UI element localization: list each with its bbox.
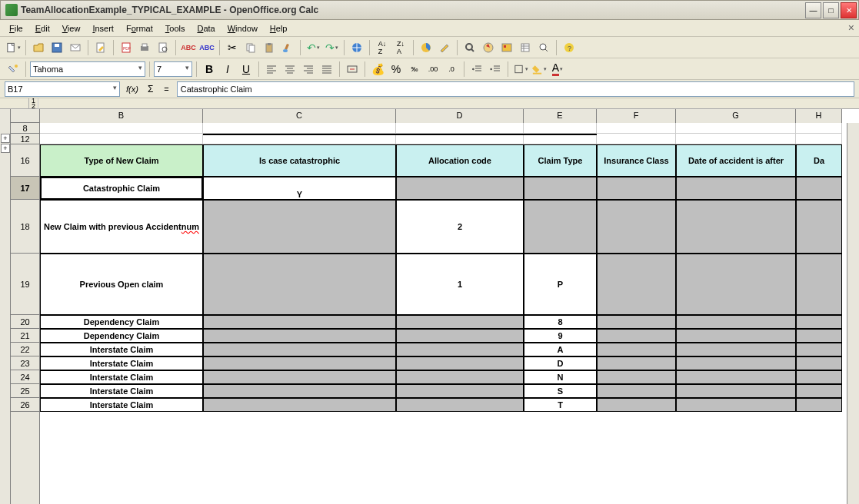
row-header-26[interactable]: 26 <box>11 398 39 412</box>
row-header-18[interactable]: 18 <box>11 200 39 254</box>
cell-B8[interactable] <box>40 123 203 134</box>
italic-button[interactable]: I <box>219 61 236 78</box>
paste-button[interactable] <box>261 39 278 56</box>
delete-decimal-button[interactable]: .0 <box>443 61 460 78</box>
row-header-24[interactable]: 24 <box>11 370 39 384</box>
styles-button[interactable] <box>5 61 22 78</box>
hyperlink-button[interactable] <box>348 39 365 56</box>
document-close-button[interactable]: × <box>848 22 854 34</box>
cell-reference-input[interactable] <box>5 81 120 97</box>
cell-E26[interactable]: T <box>524 398 597 412</box>
cell-C25[interactable] <box>203 384 396 398</box>
cell-G26[interactable] <box>676 398 796 412</box>
column-header-F[interactable]: F <box>597 109 676 123</box>
menu-help[interactable]: Help <box>264 22 294 35</box>
cell-D24[interactable] <box>396 370 524 384</box>
menu-view[interactable]: View <box>56 22 87 35</box>
currency-button[interactable]: 💰 <box>369 61 386 78</box>
column-header-G[interactable]: G <box>676 109 796 123</box>
column-header-B[interactable]: B <box>40 109 203 123</box>
align-right-button[interactable] <box>300 61 317 78</box>
cell-C21[interactable] <box>203 329 396 343</box>
undo-button[interactable]: ↶ <box>305 39 321 56</box>
cell-E18[interactable] <box>524 200 597 254</box>
row-header-23[interactable]: 23 <box>11 356 39 370</box>
cell-G22[interactable] <box>676 343 796 356</box>
cell-B22[interactable]: Interstate Claim <box>40 343 203 356</box>
cell-F20[interactable] <box>597 315 676 329</box>
cell-D22[interactable] <box>396 343 524 356</box>
cell-H24[interactable] <box>796 370 842 384</box>
cell-B24[interactable]: Interstate Claim <box>40 370 203 384</box>
cell-D18[interactable]: 2 <box>396 200 524 254</box>
font-name-combo[interactable] <box>30 61 145 77</box>
cell-H8[interactable] <box>796 123 842 134</box>
cell-C23[interactable] <box>203 356 396 370</box>
font-size-combo[interactable] <box>154 61 192 77</box>
export-pdf-button[interactable]: PDF <box>118 39 135 56</box>
add-decimal-button[interactable]: .00 <box>425 61 441 78</box>
cell-G25[interactable] <box>676 384 796 398</box>
cell-C22[interactable] <box>203 343 396 356</box>
edit-file-button[interactable] <box>92 39 109 56</box>
autospell-button[interactable]: ABC <box>198 39 215 56</box>
cell-F8[interactable] <box>597 123 676 134</box>
cell-E22[interactable]: A <box>524 343 597 356</box>
cell-B19[interactable]: Previous Open claim <box>40 254 203 315</box>
outline-expand-1[interactable]: + <box>1 134 10 143</box>
borders-button[interactable] <box>512 61 529 78</box>
maximize-button[interactable]: □ <box>823 2 839 18</box>
cell-B20[interactable]: Dependency Claim <box>40 315 203 329</box>
cell-G21[interactable] <box>676 329 796 343</box>
row-header-17[interactable]: 17 <box>11 177 39 200</box>
cell-E25[interactable]: S <box>524 384 597 398</box>
underline-button[interactable]: U <box>238 61 255 78</box>
align-center-button[interactable] <box>281 61 298 78</box>
row-header-19[interactable]: 19 <box>11 254 39 315</box>
cell-E24[interactable]: N <box>524 370 597 384</box>
column-header-D[interactable]: D <box>396 109 524 123</box>
cell-D8[interactable] <box>396 123 524 134</box>
cell-C8[interactable] <box>203 123 396 134</box>
cell-C16[interactable]: Is case catastrophic <box>203 144 396 177</box>
cell-H26[interactable] <box>796 398 842 412</box>
insert-chart-button[interactable] <box>418 39 434 56</box>
cell-C19[interactable] <box>203 254 396 315</box>
cell-H18[interactable] <box>796 200 842 254</box>
cell-H19[interactable] <box>796 254 842 315</box>
cell-H20[interactable] <box>796 315 842 329</box>
menu-edit[interactable]: Edit <box>29 22 56 35</box>
formula-input[interactable] <box>177 81 854 97</box>
cell-F19[interactable] <box>597 254 676 315</box>
cell-H23[interactable] <box>796 356 842 370</box>
cell-E8[interactable] <box>524 123 597 134</box>
menu-data[interactable]: Data <box>191 22 221 35</box>
cell-B17[interactable]: Catastrophic Claim <box>40 177 203 200</box>
find-button[interactable] <box>461 39 478 56</box>
cell-C12[interactable] <box>203 134 396 144</box>
cell-B12[interactable] <box>40 134 203 144</box>
menu-window[interactable]: Window <box>221 22 264 35</box>
cell-H16[interactable]: Da <box>796 144 842 177</box>
percent-button[interactable]: % <box>388 61 405 78</box>
outline-expand-2[interactable]: + <box>1 144 10 153</box>
cell-E23[interactable]: D <box>524 356 597 370</box>
cell-C18[interactable] <box>203 200 396 254</box>
standard-format-button[interactable]: ‰ <box>406 61 423 78</box>
cell-H17[interactable] <box>796 177 842 200</box>
cell-D23[interactable] <box>396 356 524 370</box>
outline-level-2[interactable]: 2 <box>29 104 38 109</box>
cell-C26[interactable] <box>203 398 396 412</box>
copy-button[interactable] <box>242 39 259 56</box>
row-header-16[interactable]: 16 <box>11 144 39 177</box>
cell-G20[interactable] <box>676 315 796 329</box>
print-button[interactable] <box>136 39 153 56</box>
cell-F17[interactable] <box>597 177 676 200</box>
menu-tools[interactable]: Tools <box>159 22 191 35</box>
cell-B16[interactable]: Type of New Claim <box>40 144 203 177</box>
vertical-scrollbar[interactable] <box>847 123 859 504</box>
cell-D19[interactable]: 1 <box>396 254 524 315</box>
cell-G8[interactable] <box>676 123 796 134</box>
cell-B18[interactable]: New Claim with previous Accidentnum <box>40 200 203 254</box>
cell-B23[interactable]: Interstate Claim <box>40 356 203 370</box>
